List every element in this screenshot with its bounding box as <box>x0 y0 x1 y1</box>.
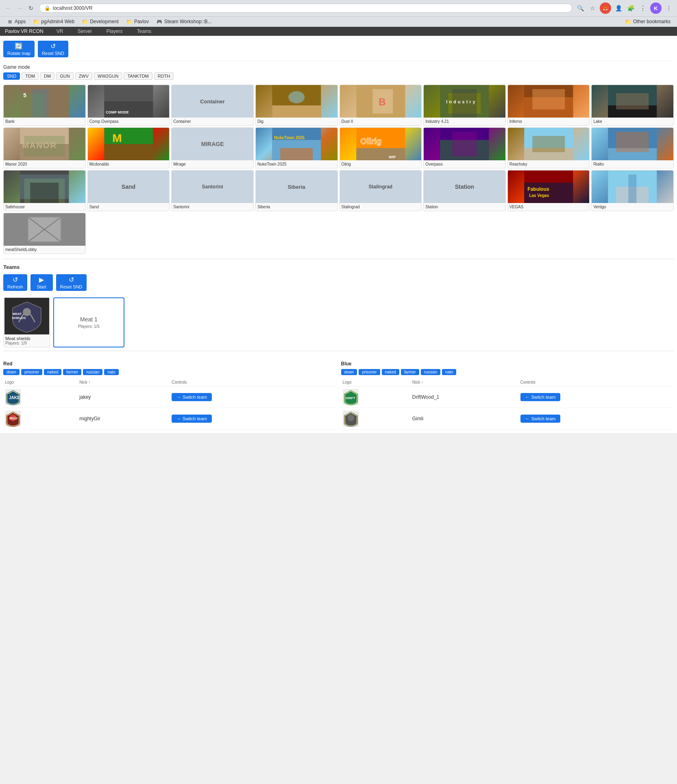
bookmark-development[interactable]: 📁 Development <box>78 17 122 26</box>
svg-rect-19 <box>532 89 565 109</box>
map-mirage[interactable]: MIRAGE Mirage <box>171 127 254 168</box>
bookmark-pavlov[interactable]: 📁 Pavlov <box>123 17 152 26</box>
map-manor[interactable]: MANOR Manor 2020 <box>3 127 86 168</box>
map-nuketown[interactable]: NukeTown 2025 NukeTown 2025 <box>255 127 338 168</box>
steam-icon: 🎮 <box>156 18 163 25</box>
map-stalingrad-thumb: Stalingrad <box>340 170 422 203</box>
nav-vr[interactable]: VR <box>57 28 63 34</box>
switch-right-arrow2: → <box>176 416 181 421</box>
nav-server[interactable]: Server <box>78 28 92 34</box>
profile-button[interactable]: K <box>650 2 662 14</box>
map-station[interactable]: Station Station <box>423 170 506 211</box>
gamemode-ww2gun[interactable]: WW2GUN <box>94 72 122 80</box>
map-rialto[interactable]: Rialto <box>591 127 674 168</box>
bookmark-button[interactable]: ☆ <box>588 3 597 13</box>
red-skin-russian[interactable]: russian <box>83 369 102 375</box>
map-bank[interactable]: 5 Bank <box>3 85 86 126</box>
driftwood-switch-button[interactable]: ← Switch team <box>520 393 561 401</box>
map-compoverpass-thumb: COMP MODE <box>88 85 170 118</box>
map-meatshieldlobby[interactable]: meatShieldLobby <box>3 213 86 254</box>
red-player-table: Logo Nick ↑ Controls <box>3 378 336 430</box>
lock-icon: 🔒 <box>44 5 50 11</box>
map-reachsky[interactable]: Reachsky <box>507 127 590 168</box>
reset-snd-button[interactable]: ↺ Reset SND <box>38 41 68 57</box>
blue-skin-russian[interactable]: russian <box>421 369 440 375</box>
blue-skin-nato[interactable]: nato <box>442 369 456 375</box>
map-stalingrad[interactable]: Stalingrad Stalingrad <box>340 170 422 211</box>
bookmark-pgadmin[interactable]: 📁 pgAdmin4 Web <box>30 17 78 26</box>
teams-reset-snd-label: Reset SND <box>60 284 83 289</box>
nav-players[interactable]: Players <box>106 28 122 34</box>
jakey-switch-button[interactable]: → Switch team <box>172 393 212 401</box>
map-dust2[interactable]: B Dust II <box>340 85 422 126</box>
bookmark-other[interactable]: 📁 Other bookmarks <box>622 17 674 26</box>
map-siberia-label: Siberia <box>256 203 337 211</box>
map-industry[interactable]: Industry Industry 4.21 <box>423 85 506 126</box>
map-mcdonalds[interactable]: M Mcdonalds <box>87 127 170 168</box>
map-overpass[interactable]: Overpass <box>423 127 506 168</box>
map-sand[interactable]: Sand Sand <box>87 170 170 211</box>
gamemode-snd[interactable]: SND <box>3 72 20 80</box>
svg-text:SHIELDS: SHIELDS <box>12 316 26 320</box>
blue-skin-prisoner[interactable]: prisoner <box>359 369 380 375</box>
map-inferno[interactable]: Inferno <box>507 85 590 126</box>
app-title: Pavlov VR RCON <box>5 28 44 34</box>
forward-button[interactable]: → <box>15 3 24 13</box>
map-compoverpass[interactable]: COMP MODE Comp Overpass <box>87 85 170 126</box>
map-dig[interactable]: Dig <box>255 85 338 126</box>
teams-reset-icon: ↺ <box>69 276 74 284</box>
red-skin-prisoner[interactable]: prisoner <box>21 369 42 375</box>
red-skin-down[interactable]: down <box>3 369 20 375</box>
nav-teams[interactable]: Teams <box>137 28 151 34</box>
mightygir-switch-button[interactable]: → Switch team <box>172 415 212 423</box>
red-col-controls: Controls <box>170 378 336 387</box>
team-card-meat1[interactable]: Meat 1 Players: 1/5 <box>53 297 124 347</box>
svg-text:Industry: Industry <box>446 99 477 104</box>
map-vegas[interactable]: Fabulous Las Vegas VEGAS <box>507 170 590 211</box>
map-siberia[interactable]: Siberia Siberia <box>255 170 338 211</box>
map-safehouse-thumb <box>4 170 85 203</box>
red-skin-farmer[interactable]: farmer <box>63 369 81 375</box>
bookmark-apps[interactable]: ⊞ Apps <box>3 17 29 26</box>
refresh-button[interactable]: ↻ <box>26 3 36 13</box>
map-container-label: Container <box>172 118 253 125</box>
gamemode-rdth[interactable]: RDTH <box>154 72 174 80</box>
teams-refresh-button[interactable]: ↺ Refresh <box>3 274 27 291</box>
blue-skin-farmer[interactable]: farmer <box>401 369 419 375</box>
map-safehouse[interactable]: Safehouse <box>3 170 86 211</box>
svg-text:MANOR: MANOR <box>22 141 57 150</box>
teams-reset-snd-button[interactable]: ↺ Reset SND <box>56 274 87 291</box>
map-vertigo[interactable]: Vertigo <box>591 170 674 211</box>
avatar-button[interactable]: 🦊 <box>600 2 611 14</box>
map-santorini[interactable]: Santorini Santorini <box>171 170 254 211</box>
extensions-button[interactable]: 🧩 <box>626 3 636 13</box>
red-col-nick: Nick ↑ <box>78 378 170 387</box>
red-skin-nato[interactable]: nato <box>104 369 118 375</box>
search-button[interactable]: 🔍 <box>575 3 585 13</box>
gamemode-tdm[interactable]: TDM <box>22 72 39 80</box>
blue-skin-naked[interactable]: naked <box>382 369 399 375</box>
team-card-meatshields[interactable]: MEAT SHIELDS Meat shields Players: 1/9 <box>3 297 50 347</box>
red-skin-naked[interactable]: naked <box>44 369 61 375</box>
back-button[interactable]: ← <box>3 3 13 13</box>
map-container[interactable]: Container Container <box>171 85 254 126</box>
gamemode-gun[interactable]: GUN <box>56 72 73 80</box>
menu-icon[interactable]: ⋮ <box>638 3 648 13</box>
bookmark-steam[interactable]: 🎮 Steam Workshop::B... <box>153 17 215 26</box>
map-bank-label: Bank <box>4 118 85 125</box>
teams-start-button[interactable]: ▶ Start <box>30 274 53 291</box>
address-bar[interactable]: 🔒 localhost:3000/VR <box>39 4 572 13</box>
svg-text:COMP MODE: COMP MODE <box>106 110 128 114</box>
map-mcdonalds-label: Mcdonalds <box>88 160 170 168</box>
gamemode-tanktdm[interactable]: TANKTDM <box>124 72 152 80</box>
map-lake[interactable]: Lake <box>591 85 674 126</box>
gimli-switch-button[interactable]: ← Switch team <box>520 415 561 423</box>
map-oilrig[interactable]: Oilrig WIP Oilrig <box>340 127 422 168</box>
more-button[interactable]: ⋮ <box>664 3 674 13</box>
gamemode-dm[interactable]: DM <box>40 72 54 80</box>
account-button[interactable]: 👤 <box>614 3 623 13</box>
gamemode-zwv[interactable]: ZWV <box>75 72 92 80</box>
rotate-map-button[interactable]: 🔄 Rotate map <box>3 41 35 57</box>
map-mcdonalds-thumb: M <box>88 128 170 160</box>
blue-skin-down[interactable]: down <box>341 369 357 375</box>
